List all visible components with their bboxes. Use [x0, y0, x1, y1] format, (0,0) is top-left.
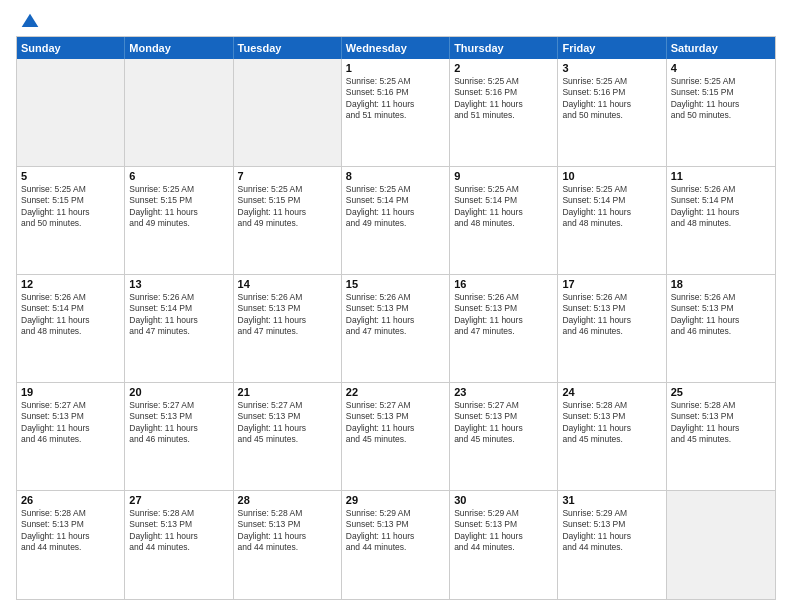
day-number: 13 — [129, 278, 228, 290]
day-number: 20 — [129, 386, 228, 398]
day-number: 22 — [346, 386, 445, 398]
cell-info: Sunrise: 5:27 AM Sunset: 5:13 PM Dayligh… — [346, 400, 445, 446]
cell-info: Sunrise: 5:25 AM Sunset: 5:16 PM Dayligh… — [346, 76, 445, 122]
day-number: 2 — [454, 62, 553, 74]
calendar-cell: 26Sunrise: 5:28 AM Sunset: 5:13 PM Dayli… — [17, 491, 125, 599]
calendar-row-1: 1Sunrise: 5:25 AM Sunset: 5:16 PM Daylig… — [17, 59, 775, 167]
cell-info: Sunrise: 5:29 AM Sunset: 5:13 PM Dayligh… — [562, 508, 661, 554]
header-day-friday: Friday — [558, 37, 666, 59]
cell-info: Sunrise: 5:28 AM Sunset: 5:13 PM Dayligh… — [238, 508, 337, 554]
header-day-tuesday: Tuesday — [234, 37, 342, 59]
cell-info: Sunrise: 5:25 AM Sunset: 5:14 PM Dayligh… — [346, 184, 445, 230]
day-number: 5 — [21, 170, 120, 182]
day-number: 17 — [562, 278, 661, 290]
calendar-cell: 19Sunrise: 5:27 AM Sunset: 5:13 PM Dayli… — [17, 383, 125, 490]
calendar-cell: 28Sunrise: 5:28 AM Sunset: 5:13 PM Dayli… — [234, 491, 342, 599]
day-number: 16 — [454, 278, 553, 290]
cell-info: Sunrise: 5:29 AM Sunset: 5:13 PM Dayligh… — [454, 508, 553, 554]
calendar-row-5: 26Sunrise: 5:28 AM Sunset: 5:13 PM Dayli… — [17, 491, 775, 599]
day-number: 6 — [129, 170, 228, 182]
calendar-cell: 9Sunrise: 5:25 AM Sunset: 5:14 PM Daylig… — [450, 167, 558, 274]
calendar-cell: 1Sunrise: 5:25 AM Sunset: 5:16 PM Daylig… — [342, 59, 450, 166]
cell-info: Sunrise: 5:27 AM Sunset: 5:13 PM Dayligh… — [129, 400, 228, 446]
day-number: 9 — [454, 170, 553, 182]
calendar-cell: 3Sunrise: 5:25 AM Sunset: 5:16 PM Daylig… — [558, 59, 666, 166]
calendar-cell: 24Sunrise: 5:28 AM Sunset: 5:13 PM Dayli… — [558, 383, 666, 490]
day-number: 31 — [562, 494, 661, 506]
calendar-cell — [234, 59, 342, 166]
calendar-cell: 21Sunrise: 5:27 AM Sunset: 5:13 PM Dayli… — [234, 383, 342, 490]
cell-info: Sunrise: 5:28 AM Sunset: 5:13 PM Dayligh… — [129, 508, 228, 554]
calendar-cell: 31Sunrise: 5:29 AM Sunset: 5:13 PM Dayli… — [558, 491, 666, 599]
calendar-cell: 2Sunrise: 5:25 AM Sunset: 5:16 PM Daylig… — [450, 59, 558, 166]
cell-info: Sunrise: 5:25 AM Sunset: 5:16 PM Dayligh… — [454, 76, 553, 122]
calendar-cell: 6Sunrise: 5:25 AM Sunset: 5:15 PM Daylig… — [125, 167, 233, 274]
cell-info: Sunrise: 5:26 AM Sunset: 5:13 PM Dayligh… — [238, 292, 337, 338]
calendar-cell: 29Sunrise: 5:29 AM Sunset: 5:13 PM Dayli… — [342, 491, 450, 599]
cell-info: Sunrise: 5:26 AM Sunset: 5:14 PM Dayligh… — [21, 292, 120, 338]
calendar-cell: 22Sunrise: 5:27 AM Sunset: 5:13 PM Dayli… — [342, 383, 450, 490]
logo — [16, 12, 40, 28]
calendar-cell: 11Sunrise: 5:26 AM Sunset: 5:14 PM Dayli… — [667, 167, 775, 274]
calendar-cell: 17Sunrise: 5:26 AM Sunset: 5:13 PM Dayli… — [558, 275, 666, 382]
calendar-cell: 27Sunrise: 5:28 AM Sunset: 5:13 PM Dayli… — [125, 491, 233, 599]
cell-info: Sunrise: 5:27 AM Sunset: 5:13 PM Dayligh… — [238, 400, 337, 446]
calendar-row-2: 5Sunrise: 5:25 AM Sunset: 5:15 PM Daylig… — [17, 167, 775, 275]
header-day-sunday: Sunday — [17, 37, 125, 59]
cell-info: Sunrise: 5:25 AM Sunset: 5:14 PM Dayligh… — [562, 184, 661, 230]
calendar-cell: 30Sunrise: 5:29 AM Sunset: 5:13 PM Dayli… — [450, 491, 558, 599]
header-day-wednesday: Wednesday — [342, 37, 450, 59]
day-number: 10 — [562, 170, 661, 182]
day-number: 7 — [238, 170, 337, 182]
cell-info: Sunrise: 5:26 AM Sunset: 5:13 PM Dayligh… — [346, 292, 445, 338]
header-day-monday: Monday — [125, 37, 233, 59]
day-number: 15 — [346, 278, 445, 290]
day-number: 1 — [346, 62, 445, 74]
cell-info: Sunrise: 5:25 AM Sunset: 5:16 PM Dayligh… — [562, 76, 661, 122]
svg-marker-0 — [22, 14, 39, 27]
day-number: 18 — [671, 278, 771, 290]
calendar-cell: 25Sunrise: 5:28 AM Sunset: 5:13 PM Dayli… — [667, 383, 775, 490]
calendar-header: SundayMondayTuesdayWednesdayThursdayFrid… — [17, 37, 775, 59]
day-number: 11 — [671, 170, 771, 182]
calendar-row-4: 19Sunrise: 5:27 AM Sunset: 5:13 PM Dayli… — [17, 383, 775, 491]
calendar-cell — [667, 491, 775, 599]
cell-info: Sunrise: 5:26 AM Sunset: 5:13 PM Dayligh… — [454, 292, 553, 338]
cell-info: Sunrise: 5:25 AM Sunset: 5:14 PM Dayligh… — [454, 184, 553, 230]
day-number: 14 — [238, 278, 337, 290]
calendar-cell: 12Sunrise: 5:26 AM Sunset: 5:14 PM Dayli… — [17, 275, 125, 382]
calendar-body: 1Sunrise: 5:25 AM Sunset: 5:16 PM Daylig… — [17, 59, 775, 599]
header-day-saturday: Saturday — [667, 37, 775, 59]
calendar-cell — [125, 59, 233, 166]
day-number: 19 — [21, 386, 120, 398]
day-number: 24 — [562, 386, 661, 398]
cell-info: Sunrise: 5:27 AM Sunset: 5:13 PM Dayligh… — [21, 400, 120, 446]
calendar-cell: 8Sunrise: 5:25 AM Sunset: 5:14 PM Daylig… — [342, 167, 450, 274]
calendar-cell: 15Sunrise: 5:26 AM Sunset: 5:13 PM Dayli… — [342, 275, 450, 382]
day-number: 30 — [454, 494, 553, 506]
cell-info: Sunrise: 5:28 AM Sunset: 5:13 PM Dayligh… — [671, 400, 771, 446]
cell-info: Sunrise: 5:26 AM Sunset: 5:13 PM Dayligh… — [562, 292, 661, 338]
cell-info: Sunrise: 5:25 AM Sunset: 5:15 PM Dayligh… — [238, 184, 337, 230]
cell-info: Sunrise: 5:28 AM Sunset: 5:13 PM Dayligh… — [562, 400, 661, 446]
cell-info: Sunrise: 5:26 AM Sunset: 5:13 PM Dayligh… — [671, 292, 771, 338]
cell-info: Sunrise: 5:26 AM Sunset: 5:14 PM Dayligh… — [671, 184, 771, 230]
day-number: 8 — [346, 170, 445, 182]
day-number: 21 — [238, 386, 337, 398]
cell-info: Sunrise: 5:28 AM Sunset: 5:13 PM Dayligh… — [21, 508, 120, 554]
day-number: 27 — [129, 494, 228, 506]
calendar-cell: 18Sunrise: 5:26 AM Sunset: 5:13 PM Dayli… — [667, 275, 775, 382]
day-number: 23 — [454, 386, 553, 398]
calendar-cell: 10Sunrise: 5:25 AM Sunset: 5:14 PM Dayli… — [558, 167, 666, 274]
cell-info: Sunrise: 5:27 AM Sunset: 5:13 PM Dayligh… — [454, 400, 553, 446]
day-number: 26 — [21, 494, 120, 506]
calendar-cell: 13Sunrise: 5:26 AM Sunset: 5:14 PM Dayli… — [125, 275, 233, 382]
cell-info: Sunrise: 5:26 AM Sunset: 5:14 PM Dayligh… — [129, 292, 228, 338]
day-number: 12 — [21, 278, 120, 290]
calendar-cell: 23Sunrise: 5:27 AM Sunset: 5:13 PM Dayli… — [450, 383, 558, 490]
cell-info: Sunrise: 5:25 AM Sunset: 5:15 PM Dayligh… — [129, 184, 228, 230]
calendar-cell: 4Sunrise: 5:25 AM Sunset: 5:15 PM Daylig… — [667, 59, 775, 166]
calendar-row-3: 12Sunrise: 5:26 AM Sunset: 5:14 PM Dayli… — [17, 275, 775, 383]
calendar-cell: 16Sunrise: 5:26 AM Sunset: 5:13 PM Dayli… — [450, 275, 558, 382]
calendar-cell: 7Sunrise: 5:25 AM Sunset: 5:15 PM Daylig… — [234, 167, 342, 274]
